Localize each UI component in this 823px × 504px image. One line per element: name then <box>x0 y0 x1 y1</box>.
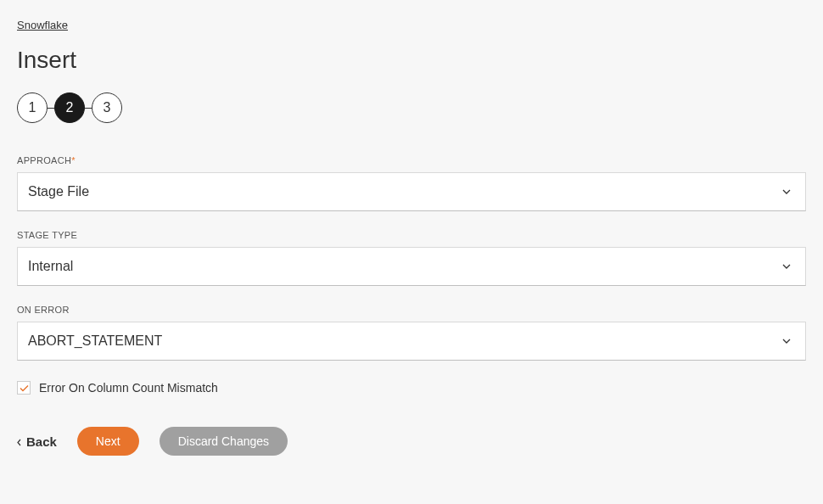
select-on-error[interactable]: ABORT_STATEMENT <box>17 322 806 361</box>
field-label-stage-type: STAGE TYPE <box>17 230 806 240</box>
select-stage-type[interactable]: Internal <box>17 247 806 286</box>
back-button[interactable]: Back <box>17 434 57 449</box>
breadcrumb-link[interactable]: Snowflake <box>17 19 68 31</box>
field-label-on-error: ON ERROR <box>17 305 806 315</box>
step-2[interactable]: 2 <box>54 92 85 123</box>
stepper: 1 2 3 <box>17 92 806 123</box>
step-connector <box>48 108 54 109</box>
chevron-left-icon <box>17 434 21 449</box>
button-row: Back Next Discard Changes <box>17 427 806 456</box>
step-connector <box>85 108 92 109</box>
field-stage-type: STAGE TYPE Internal <box>17 230 806 286</box>
next-button[interactable]: Next <box>77 427 139 456</box>
step-3[interactable]: 3 <box>92 92 122 123</box>
checkbox-row: Error On Column Count Mismatch <box>17 381 806 395</box>
field-approach: APPROACH* Stage File <box>17 155 806 211</box>
checkbox-label: Error On Column Count Mismatch <box>39 381 218 395</box>
required-indicator: * <box>71 155 76 165</box>
back-button-label: Back <box>26 434 57 449</box>
field-on-error: ON ERROR ABORT_STATEMENT <box>17 305 806 361</box>
chevron-down-icon <box>781 261 792 272</box>
select-value-on-error: ABORT_STATEMENT <box>28 333 781 349</box>
chevron-down-icon <box>781 336 792 346</box>
chevron-down-icon <box>781 187 792 197</box>
label-text: APPROACH <box>17 155 71 165</box>
field-label-approach: APPROACH* <box>17 155 806 165</box>
select-approach[interactable]: Stage File <box>17 172 806 211</box>
select-value-stage-type: Internal <box>28 259 781 274</box>
discard-button[interactable]: Discard Changes <box>160 427 288 456</box>
checkbox-error-mismatch[interactable] <box>17 381 31 395</box>
step-1[interactable]: 1 <box>17 92 48 123</box>
page-title: Insert <box>17 47 806 74</box>
select-value-approach: Stage File <box>28 184 781 199</box>
